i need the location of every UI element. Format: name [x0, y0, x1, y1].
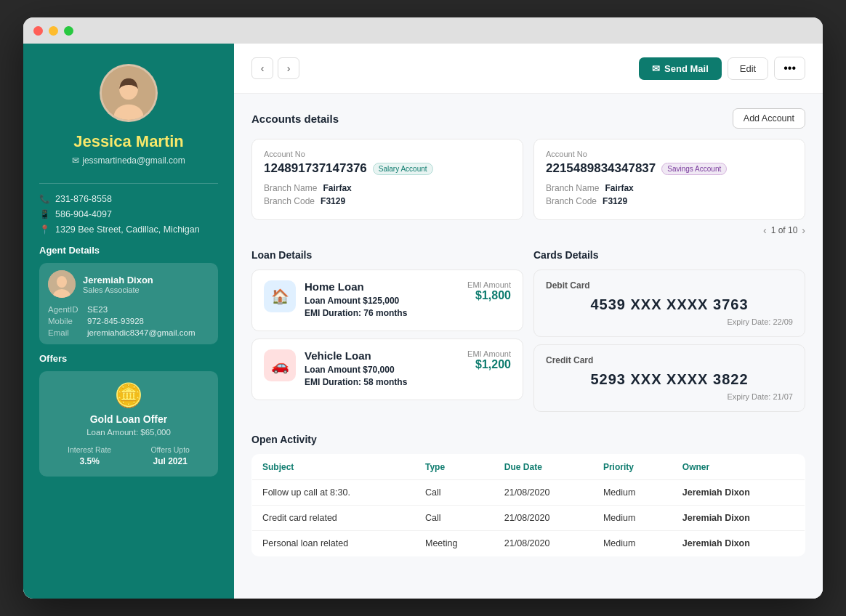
main-content: Accounts details Add Account Account No … [234, 94, 823, 571]
home-loan-name: Home Loan [305, 280, 459, 293]
activity-row-2: Personal loan related Meeting 21/08/2020… [252, 531, 805, 556]
agent-section-title: Agent Details [39, 245, 218, 256]
agent-header: Jeremiah Dixon Sales Associate [48, 270, 209, 298]
app-window: Jessica Martin ✉ jessmartineda@gmail.com… [23, 17, 823, 599]
vehicle-loan-name: Vehicle Loan [305, 349, 459, 362]
credit-card-type: Credit Card [546, 355, 793, 365]
col-subject: Subject [252, 455, 415, 480]
activity-owner-1: Jeremiah Dixon [672, 506, 805, 531]
nav-prev-button[interactable]: ‹ [251, 57, 273, 79]
col-owner: Owner [672, 455, 805, 480]
account-no-label-1: Account No [264, 150, 511, 158]
credit-card-expiry: Expiry Date: 21/07 [546, 392, 793, 401]
interest-label: Interest Rate [68, 445, 111, 454]
send-mail-button[interactable]: ✉ Send Mail [639, 57, 722, 80]
account-no-row-2: 2215489834347837 Savings Account [546, 161, 793, 176]
offers-upto-value: Jul 2021 [150, 456, 190, 466]
pagination-prev[interactable]: ‹ [763, 224, 767, 236]
loan-card-home: 🏠 Home Loan Loan Amount $125,000 EMI Dur… [251, 270, 523, 331]
home-loan-emi-duration: EMI Duration: 76 months [305, 308, 459, 318]
divider-1 [39, 183, 218, 184]
account-branch-name-1: Branch Name Fairfax [264, 183, 511, 193]
more-options-button[interactable]: ••• [774, 57, 805, 80]
activity-body: Follow up call at 8:30. Call 21/08/2020 … [252, 480, 805, 556]
agent-mobile-row: Mobile 972-845-93928 [48, 317, 209, 325]
activity-priority-2: Medium [593, 531, 672, 556]
mail-btn-icon: ✉ [652, 63, 660, 74]
vehicle-loan-amount: Loan Amount $70,000 [305, 365, 459, 375]
offers-section-title: Offers [39, 353, 218, 364]
vehicle-loan-icon: 🚗 [264, 349, 296, 381]
agent-mobile-label: Mobile [48, 317, 81, 325]
credit-card-number: 5293 XXX XXXX 3822 [546, 371, 793, 388]
agent-details: AgentID SE23 Mobile 972-845-93928 Email … [48, 305, 209, 337]
svg-point-4 [131, 86, 135, 90]
avatar-wrap [39, 64, 218, 122]
activity-header-row: Subject Type Due Date Priority Owner [252, 455, 805, 480]
pagination-next[interactable]: › [802, 224, 805, 236]
account-no-label-2: Account No [546, 150, 793, 158]
agent-id-label: AgentID [48, 305, 81, 314]
customer-email: ✉ jessmartineda@gmail.com [39, 155, 218, 166]
activity-table: Subject Type Due Date Priority Owner Fol… [251, 454, 805, 556]
location-icon: 📍 [39, 224, 49, 235]
maximize-btn[interactable] [64, 26, 73, 36]
phone2-row: 📱 586-904-4097 [39, 209, 218, 219]
cards-section-title: Cards Details [533, 249, 805, 261]
account-badge-1: Salary Account [373, 163, 433, 175]
nav-next-button[interactable]: › [278, 57, 299, 79]
nav-arrows: ‹ › [251, 57, 299, 79]
offer-card: 🪙 Gold Loan Offer Loan Amount: $65,000 I… [39, 371, 218, 477]
agent-info: Jeremiah Dixon Sales Associate [83, 275, 153, 294]
agent-id-row: AgentID SE23 [48, 305, 209, 314]
account-branch-code-1: Branch Code F3129 [264, 196, 511, 206]
accounts-section-title: Accounts details [251, 113, 339, 125]
home-loan-emi: EMI Amount $1,800 [467, 280, 511, 302]
vehicle-loan-emi-duration: EMI Duration: 58 months [305, 377, 459, 387]
col-priority: Priority [593, 455, 672, 480]
activity-type-1: Call [415, 506, 494, 531]
activity-priority-1: Medium [593, 506, 672, 531]
accounts-section-header: Accounts details Add Account [251, 108, 805, 129]
edit-button[interactable]: Edit [728, 57, 768, 80]
customer-name: Jessica Martin [39, 132, 218, 151]
activity-due-2: 21/08/2020 [494, 531, 593, 556]
offers-upto-label: Offers Upto [150, 445, 190, 454]
activity-priority-0: Medium [593, 480, 672, 506]
debit-card-item: Debit Card 4539 XXX XXXX 3763 Expiry Dat… [533, 270, 805, 337]
activity-owner-2: Jeremiah Dixon [672, 531, 805, 556]
offer-amount: Loan Amount: $65,000 [48, 428, 209, 437]
close-btn[interactable] [33, 26, 43, 36]
home-loan-info: Home Loan Loan Amount $125,000 EMI Durat… [305, 280, 459, 320]
offer-name: Gold Loan Offer [48, 413, 209, 425]
mobile-icon: 📱 [39, 209, 49, 219]
activity-row-1: Credit card related Call 21/08/2020 Medi… [252, 506, 805, 531]
minimize-btn[interactable] [49, 26, 58, 36]
activity-type-0: Call [415, 480, 494, 506]
top-bar: ‹ › ✉ Send Mail Edit ••• [234, 44, 823, 94]
phone-icon: 📞 [39, 194, 49, 204]
agent-mobile-value: 972-845-93928 [87, 317, 144, 325]
agent-name: Jeremiah Dixon [83, 275, 153, 285]
svg-point-3 [123, 86, 127, 90]
loans-section-title: Loan Details [251, 249, 523, 261]
account-badge-2: Savings Account [661, 163, 727, 175]
cards-column: Cards Details Debit Card 4539 XXX XXXX 3… [533, 249, 805, 419]
contact-info: 📞 231-876-8558 📱 586-904-4097 📍 1329 Bee… [39, 194, 218, 235]
account-branch-code-2: Branch Code F3129 [546, 196, 793, 206]
vehicle-loan-emi: EMI Amount $1,200 [467, 349, 511, 371]
titlebar [23, 17, 823, 44]
activity-section-title: Open Activity [251, 434, 805, 445]
agent-email-value: jeremiahdic8347@gmail.com [87, 328, 195, 337]
home-emi-amount: $1,800 [467, 289, 511, 302]
main-content-area: Jessica Martin ✉ jessmartineda@gmail.com… [23, 44, 823, 599]
activity-owner-0: Jeremiah Dixon [672, 480, 805, 506]
offer-icon: 🪙 [48, 381, 209, 409]
customer-avatar [100, 64, 158, 122]
interest-stat: Interest Rate 3.5% [68, 445, 111, 466]
accounts-grid: Account No 124891737147376 Salary Accoun… [251, 139, 805, 220]
col-type: Type [415, 455, 494, 480]
add-account-button[interactable]: Add Account [733, 108, 805, 129]
top-actions: ✉ Send Mail Edit ••• [639, 57, 805, 80]
debit-card-number: 4539 XXX XXXX 3763 [546, 296, 793, 313]
